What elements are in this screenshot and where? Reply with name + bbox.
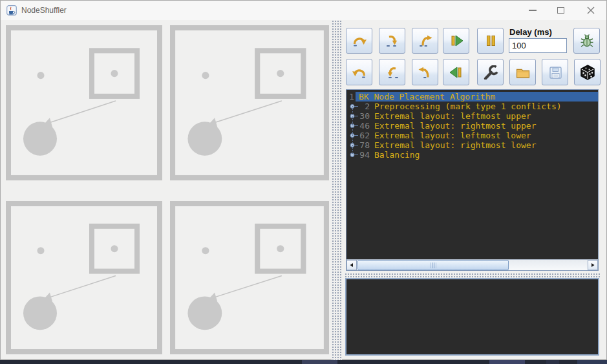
step-over-forward-button[interactable] <box>346 28 372 54</box>
close-icon <box>586 6 595 15</box>
horizontal-split-divider[interactable] <box>345 273 600 278</box>
step-out-forward-icon <box>418 34 433 48</box>
tree-row[interactable]: 62 Extremal layout: leftmost lower <box>346 131 598 140</box>
tree-expand-handle[interactable] <box>349 150 358 160</box>
graph-pane-top-right <box>170 25 329 180</box>
graph-drawing <box>170 201 329 354</box>
graph-drawing <box>170 25 329 180</box>
step-out-backward-icon <box>418 65 433 80</box>
collapsed-node-icon <box>349 121 358 131</box>
delay-label: Delay (ms) <box>509 27 552 37</box>
java-app-icon <box>6 5 17 16</box>
node-shuffler-app: NodeShuffler <box>0 0 607 364</box>
tree-row[interactable]: 94 Balancing <box>346 150 598 160</box>
save-floppy-button[interactable] <box>542 59 568 85</box>
titlebar: NodeShuffler <box>1 1 606 20</box>
graph-drawing <box>6 201 162 354</box>
step-into-backward-button[interactable] <box>379 59 405 85</box>
tree-expand-handle[interactable] <box>349 140 358 150</box>
debug-bug-button[interactable] <box>573 28 600 54</box>
settings-wrench-button[interactable] <box>477 59 504 85</box>
step-number: 62 <box>358 131 370 140</box>
collapsed-node-icon <box>349 111 358 121</box>
step-into-forward-icon <box>385 34 400 48</box>
application-window: NodeShuffler <box>0 0 607 360</box>
scroll-left-arrow-icon <box>349 262 354 268</box>
step-number: 46 <box>358 121 370 131</box>
tree-row-label: Extremal layout: leftmost lower <box>374 131 531 140</box>
wrench-icon <box>483 65 498 80</box>
minimize-icon <box>529 10 537 11</box>
save-icon <box>548 65 563 80</box>
step-number: 94 <box>358 150 370 160</box>
step-over-backward-icon <box>352 65 367 80</box>
taskbar-segment <box>546 360 559 364</box>
maximize-button[interactable] <box>546 1 575 20</box>
play-forward-button[interactable] <box>443 28 469 54</box>
window-title: NodeShuffler <box>21 6 67 15</box>
tree-row[interactable]: 2 Preprocessing (mark type 1 conflicts) <box>346 102 598 111</box>
tree-expand-handle[interactable] <box>349 131 358 140</box>
delay-input[interactable] <box>509 38 567 53</box>
taskbar-strip <box>0 360 607 364</box>
scroll-track[interactable] <box>357 260 588 270</box>
tree-row[interactable]: 30 Extremal layout: leftmost upper <box>346 111 598 121</box>
taskbar-segment <box>489 360 525 364</box>
minimize-button[interactable] <box>518 1 547 20</box>
scroll-right-button[interactable] <box>588 260 598 270</box>
tree-row-label: Extremal layout: rightmost upper <box>374 121 536 131</box>
folder-icon <box>515 65 531 80</box>
tree-row-label: Balancing <box>374 150 420 160</box>
step-over-forward-icon <box>352 34 367 48</box>
collapsed-node-icon <box>349 102 358 111</box>
step-number: 1 <box>346 92 356 102</box>
step-into-backward-icon <box>385 65 400 80</box>
play-backward-icon <box>449 65 464 80</box>
step-over-backward-button[interactable] <box>346 59 372 85</box>
scroll-thumb[interactable] <box>357 260 509 270</box>
bug-icon <box>579 34 595 48</box>
tree-expand-handle[interactable] <box>349 121 358 131</box>
random-dice-button[interactable] <box>574 59 601 85</box>
open-folder-button[interactable] <box>509 59 536 85</box>
taskbar-segment <box>577 360 607 364</box>
tree-row-label: Extremal layout: rightmost lower <box>374 140 536 150</box>
close-button[interactable] <box>576 1 605 20</box>
collapsed-node-icon <box>349 150 358 160</box>
step-number: 78 <box>358 140 370 150</box>
pause-icon <box>483 34 498 48</box>
step-number: 30 <box>358 111 370 121</box>
graph-drawing <box>6 25 162 180</box>
tree-row-label: Extremal layout: leftmost upper <box>374 111 531 121</box>
step-out-forward-button[interactable] <box>412 28 438 54</box>
tree-viewport: 1 BK Node Placement Algorithm 2 Preproce… <box>346 90 598 259</box>
step-out-backward-button[interactable] <box>412 59 438 85</box>
pause-button[interactable] <box>477 28 504 54</box>
tree-expand-handle[interactable] <box>349 111 358 121</box>
output-panel <box>345 278 599 356</box>
play-backward-button[interactable] <box>443 59 469 85</box>
graph-pane-bottom-right <box>170 201 329 354</box>
tree-horizontal-scrollbar <box>346 259 598 270</box>
algorithm-step-tree: 1 BK Node Placement Algorithm 2 Preproce… <box>346 89 599 271</box>
step-into-forward-button[interactable] <box>379 28 405 54</box>
scroll-left-button[interactable] <box>346 260 357 270</box>
dice-icon <box>580 65 595 80</box>
scroll-right-arrow-icon <box>590 262 595 268</box>
tree-row-label: Preprocessing (mark type 1 conflicts) <box>374 102 562 111</box>
collapsed-node-icon <box>349 140 358 150</box>
taskbar-segment <box>302 360 337 364</box>
graph-pane-top-left <box>6 25 162 180</box>
tree-connector-line <box>352 106 353 155</box>
vertical-split-divider[interactable] <box>332 20 342 361</box>
collapsed-node-icon <box>349 131 358 140</box>
tree-row-label-selected: BK Node Placement Algorithm <box>356 92 598 102</box>
tree-row[interactable]: 46 Extremal layout: rightmost upper <box>346 121 598 131</box>
tree-row-root[interactable]: 1 BK Node Placement Algorithm <box>346 92 598 102</box>
play-forward-icon <box>449 34 464 48</box>
tree-row[interactable]: 78 Extremal layout: rightmost lower <box>346 140 598 150</box>
graph-pane-bottom-left <box>6 201 162 354</box>
step-number: 2 <box>358 102 370 111</box>
maximize-icon <box>557 7 564 14</box>
tree-expand-handle[interactable] <box>349 102 358 111</box>
